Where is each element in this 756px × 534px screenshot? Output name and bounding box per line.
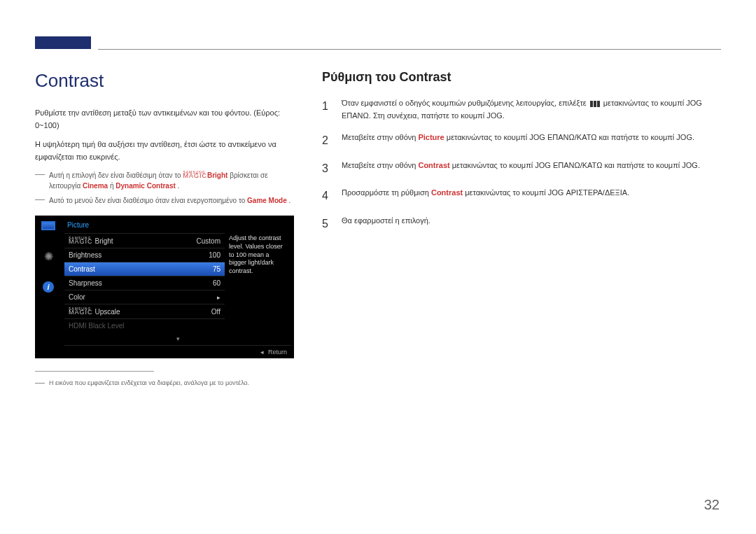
note-2-end: .: [289, 197, 291, 204]
step-number: 4: [322, 187, 332, 205]
osd-side-icons: ✺ i: [35, 216, 62, 358]
note-dash-icon: [35, 174, 45, 191]
note-dash-icon: [35, 383, 45, 388]
footnote-divider: [35, 371, 154, 372]
osd-row-value: 60: [213, 279, 220, 287]
step-text: μετακινώντας το κουμπί JOG ΕΠΑΝΩ/ΚΑΤΩ κα…: [444, 133, 694, 141]
intro-paragraph-1: Ρυθμίστε την αντίθεση μεταξύ των αντικει…: [35, 107, 301, 132]
page-number: 32: [704, 497, 720, 513]
step: 3Μεταβείτε στην οθόνη Contrast μετακινών…: [322, 160, 721, 178]
step-number: 3: [322, 160, 332, 178]
chapter-tab: [35, 36, 91, 49]
info-icon: i: [41, 281, 56, 293]
osd-row-value: Custom: [197, 237, 220, 245]
osd-return-label: Return: [268, 349, 287, 356]
intro-paragraph-2: Η υψηλότερη τιμή θα αυξήσει την αντίθεση…: [35, 139, 301, 163]
osd-screenshot: ✺ i Picture SAMSUNGMAGICBrightCustomBrig…: [35, 216, 294, 358]
osd-row: Brightness100: [64, 248, 225, 262]
magic-label: MAGIC: [183, 173, 207, 179]
osd-row-label: SAMSUNGMAGICUpscale: [69, 307, 120, 316]
osd-menu-title: Picture: [64, 220, 291, 233]
step-highlight: Contrast: [418, 161, 449, 169]
footnote: Η εικόνα που εμφανίζεται ενδέχεται να δι…: [35, 379, 301, 388]
return-arrow-icon: ◂: [260, 349, 264, 356]
osd-row-label: HDMI Black Level: [69, 322, 124, 330]
magic-suffix: Upscale: [95, 308, 120, 316]
osd-row: Color▸: [64, 290, 225, 304]
step: 2Μεταβείτε στην οθόνη Picture μετακινώντ…: [322, 132, 721, 150]
osd-row: HDMI Black Level: [64, 318, 225, 332]
note-2-text-pre: Αυτό το μενού δεν είναι διαθέσιμο όταν ε…: [49, 197, 247, 204]
osd-row: SAMSUNGMAGICUpscaleOff: [64, 304, 225, 318]
scroll-down-icon: ▾: [64, 335, 291, 342]
osd-row-label: Brightness: [69, 251, 102, 259]
note-1: Αυτή η επιλογή δεν είναι διαθέσιμη όταν …: [35, 170, 301, 191]
gear-icon: ✺: [41, 251, 56, 262]
step-text: Προσαρμόστε τη ρύθμιση: [342, 188, 431, 197]
step-highlight: Contrast: [431, 188, 463, 197]
osd-row: SAMSUNGMAGICBrightCustom: [64, 233, 225, 248]
osd-row-label: Color: [69, 293, 85, 301]
osd-row-value: 100: [209, 251, 220, 259]
samsung-magic-label: SAMSUNGMAGIC: [69, 307, 93, 316]
magic-suffix: Bright: [95, 237, 113, 245]
osd-hint-text: Adjust the contrast level. Values closer…: [225, 233, 291, 332]
footnote-text: Η εικόνα που εμφανίζεται ενδέχεται να δι…: [49, 379, 249, 388]
note-2: Αυτό το μενού δεν είναι διαθέσιμο όταν ε…: [35, 195, 301, 206]
bright-label: Bright: [207, 171, 227, 179]
step-number: 2: [322, 132, 332, 150]
samsung-magic-bright-label: SAMSUNG MAGIC: [183, 171, 207, 179]
step-text: Μεταβείτε στην οθόνη: [342, 161, 418, 169]
step: 4Προσαρμόστε τη ρύθμιση Contrast μετακιν…: [322, 187, 721, 205]
section-title: Contrast: [35, 70, 301, 92]
step-body: Θα εφαρμοστεί η επιλογή.: [342, 215, 721, 233]
osd-row-value: Off: [211, 308, 220, 316]
step-text: Όταν εμφανιστεί ο οδηγός κουμπιών ρυθμιζ…: [342, 99, 589, 107]
osd-menu-list: SAMSUNGMAGICBrightCustomBrightness100Con…: [64, 233, 225, 332]
right-column: Ρύθμιση του Contrast 1Όταν εμφανιστεί ο …: [322, 70, 721, 388]
cinema-label: Cinema: [83, 182, 108, 190]
step-text: μετακινώντας το κουμπί JOG ΕΠΑΝΩ/ΚΑΤΩ κα…: [450, 161, 700, 169]
note-1-text-pre: Αυτή η επιλογή δεν είναι διαθέσιμη όταν …: [49, 171, 183, 179]
step-text: Μεταβείτε στην οθόνη: [342, 133, 418, 141]
osd-row-label: SAMSUNGMAGICBright: [69, 237, 113, 245]
osd-row-value: 75: [213, 265, 220, 273]
note-dash-icon: [35, 199, 45, 206]
left-column: Contrast Ρυθμίστε την αντίθεση μεταξύ τω…: [35, 70, 301, 388]
step-number: 5: [322, 215, 332, 233]
osd-row-label: Contrast: [69, 265, 95, 273]
procedure-title: Ρύθμιση του Contrast: [322, 70, 721, 85]
monitor-icon: [41, 220, 56, 231]
step: 5Θα εφαρμοστεί η επιλογή.: [322, 215, 721, 233]
jog-menu-icon: [590, 101, 600, 107]
submenu-arrow-icon: ▸: [217, 294, 220, 301]
step-body: Όταν εμφανιστεί ο οδηγός κουμπιών ρυθμιζ…: [342, 97, 721, 122]
header-rule: [98, 49, 721, 50]
step-body: Προσαρμόστε τη ρύθμιση Contrast μετακινώ…: [342, 187, 721, 205]
game-mode-label: Game Mode: [247, 197, 287, 204]
step-body: Μεταβείτε στην οθόνη Contrast μετακινώντ…: [342, 160, 721, 178]
samsung-magic-label: SAMSUNGMAGIC: [69, 237, 93, 245]
osd-row: Contrast75: [64, 262, 225, 276]
dynamic-contrast-label: Dynamic Contrast: [115, 182, 176, 190]
osd-footer: ◂ Return: [64, 345, 291, 358]
step-text: Θα εφαρμοστεί η επιλογή.: [342, 216, 430, 225]
note-1-end: .: [178, 182, 180, 190]
step-number: 1: [322, 97, 332, 122]
note-1-or: ή: [110, 182, 115, 190]
osd-row-value: ▸: [217, 293, 220, 301]
step-highlight: Picture: [418, 133, 444, 141]
step: 1Όταν εμφανιστεί ο οδηγός κουμπιών ρυθμι…: [322, 97, 721, 122]
osd-row-label: Sharpness: [69, 279, 102, 287]
step-text: μετακινώντας το κουμπί JOG ΑΡΙΣΤΕΡΑ/ΔΕΞΙ…: [463, 188, 629, 197]
step-body: Μεταβείτε στην οθόνη Picture μετακινώντα…: [342, 132, 721, 150]
osd-row: Sharpness60: [64, 276, 225, 290]
